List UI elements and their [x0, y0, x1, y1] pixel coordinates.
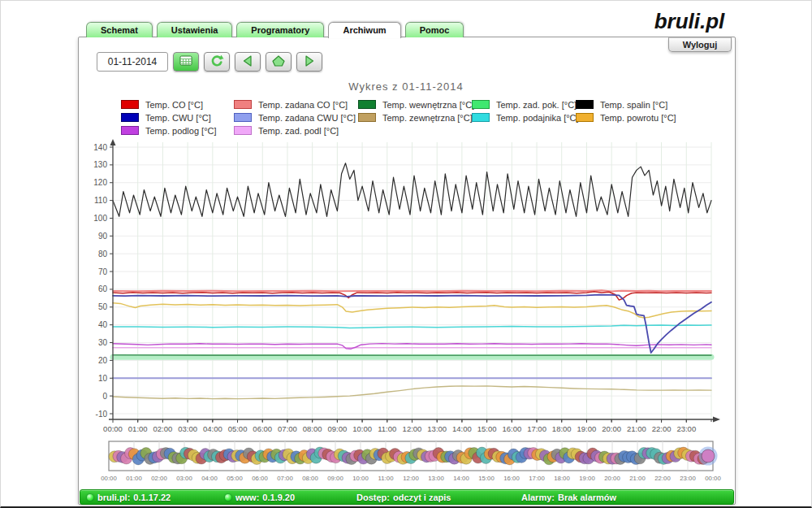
- legend-label: Temp. spalin [°C]: [600, 100, 667, 110]
- minimap-label: 22:00: [654, 475, 671, 482]
- x-axis-label: 22:00: [652, 424, 672, 432]
- x-axis-label: 17:00: [527, 424, 546, 432]
- y-axis-label: 130: [93, 160, 107, 169]
- minimap-label: 20:00: [604, 475, 620, 482]
- legend-label: Temp. CWU [°C]: [145, 113, 211, 123]
- y-axis-label: 140: [93, 143, 107, 152]
- tab-pomoc[interactable]: Pomoc: [405, 22, 464, 37]
- x-axis-label: 12:00: [403, 424, 422, 432]
- y-axis-label: 30: [98, 338, 108, 347]
- y-axis-label: 70: [98, 267, 108, 276]
- calendar-icon: [178, 53, 194, 72]
- minimap-label: 17:00: [529, 475, 545, 482]
- legend-item: Temp. zadana CWU [°C]: [234, 112, 356, 123]
- y-axis-label: 10: [98, 374, 108, 383]
- legend-swatch: [234, 113, 252, 122]
- tab-programatory[interactable]: Programatory: [236, 22, 324, 37]
- status-label: Alarmy:: [521, 493, 555, 502]
- status-value: 0.1.9.20: [262, 493, 295, 502]
- status-led-icon: [225, 494, 231, 501]
- legend-item: Temp. CO [°C]: [121, 99, 203, 110]
- tab-schemat[interactable]: Schemat: [86, 22, 153, 37]
- minimap-selection-marker[interactable]: [702, 449, 715, 462]
- x-axis-label: 02:00: [153, 424, 173, 432]
- tab-bar: SchematUstawieniaProgramatoryArchiwumPom…: [86, 22, 464, 38]
- main-chart-svg: -10010203040506070809010011012013014000:…: [78, 139, 728, 432]
- x-axis-label: 11:00: [378, 424, 396, 432]
- arrow-left-icon: [240, 53, 256, 72]
- legend-label: Temp. zad. pok. [°C]: [496, 100, 577, 110]
- legend-item: Temp. zad. podl [°C]: [234, 125, 339, 136]
- legend-item: Temp. podajnika [°C]: [472, 112, 579, 123]
- legend-item: Temp. podlog [°C]: [121, 125, 217, 136]
- status-label: Dostęp:: [356, 493, 390, 502]
- x-axis-label: 13:00: [427, 424, 447, 432]
- legend-swatch: [234, 100, 252, 109]
- legend-item: Temp. zad. pok. [°C]: [472, 99, 577, 110]
- y-axis-label: 40: [98, 320, 108, 329]
- series-wewnetrzna: [113, 355, 711, 356]
- legend-swatch: [472, 100, 490, 109]
- y-axis-label: 90: [98, 232, 108, 241]
- minimap-label: 09:00: [327, 475, 343, 482]
- minimap-label: 00:00: [101, 475, 117, 482]
- minimap-label: 13:00: [428, 475, 444, 482]
- minimap-label: 03:00: [176, 475, 192, 482]
- x-axis-label: 08:00: [303, 424, 322, 432]
- legend-swatch: [121, 113, 139, 122]
- date-input[interactable]: [97, 52, 168, 72]
- status-value: Brak alarmów: [558, 493, 616, 502]
- status-item: Alarmy:Brak alarmów: [521, 492, 616, 502]
- arrow-right-icon: [301, 53, 317, 72]
- legend-swatch: [121, 126, 139, 135]
- legend-label: Temp. zad. podl [°C]: [258, 126, 339, 136]
- x-axis-label: 16:00: [502, 424, 521, 432]
- series-zadana_co: [113, 290, 711, 291]
- x-axis-label: 01:00: [128, 424, 148, 432]
- tab-ustawienia[interactable]: Ustawienia: [157, 22, 232, 37]
- status-value: 0.1.17.22: [133, 493, 171, 502]
- status-label: www:: [235, 493, 259, 502]
- main-chart: -10010203040506070809010011012013014000:…: [78, 139, 728, 432]
- calendar-button[interactable]: [173, 52, 199, 72]
- logout-button[interactable]: Wyloguj: [668, 37, 732, 52]
- home-button[interactable]: [266, 52, 292, 72]
- y-axis-label: -10: [96, 410, 108, 419]
- next-day-button[interactable]: [296, 52, 322, 72]
- x-axis-label: 14:00: [452, 424, 472, 432]
- legend-swatch: [576, 113, 594, 122]
- legend-label: Temp. zadana CO [°C]: [258, 100, 348, 110]
- x-axis-label: 06:00: [253, 424, 272, 432]
- legend-item: Temp. powrotu [°C]: [576, 112, 676, 123]
- minimap-label: 07:00: [277, 475, 293, 482]
- legend-label: Temp. CO [°C]: [145, 100, 203, 110]
- minimap-label: 11:00: [378, 475, 395, 482]
- x-axis-label: 20:00: [602, 424, 621, 432]
- prev-day-button[interactable]: [235, 52, 261, 72]
- x-axis-label: 19:00: [577, 424, 597, 432]
- refresh-button[interactable]: [204, 52, 230, 72]
- y-axis-label: 0: [102, 392, 107, 401]
- y-axis-label: 80: [98, 250, 108, 258]
- minimap-label: 21:00: [629, 475, 646, 482]
- status-item: bruli.pl:0.1.17.22: [87, 492, 171, 502]
- y-axis-label: 120: [93, 178, 107, 187]
- minimap-label: 23:00: [680, 475, 696, 482]
- x-axis-label: 05:00: [228, 424, 248, 432]
- y-axis-label: 20: [98, 356, 108, 365]
- minimap-label: 08:00: [302, 475, 318, 482]
- overview-minimap[interactable]: 00:0001:0002:0003:0004:0005:0006:0007:00…: [78, 438, 728, 487]
- legend-item: Temp. spalin [°C]: [576, 99, 667, 110]
- legend-item: Temp. zewnętrzna [°C]: [358, 112, 473, 123]
- legend-item: Temp. zadana CO [°C]: [234, 99, 348, 110]
- y-axis-label: 60: [98, 284, 108, 293]
- toolbar: [97, 51, 322, 72]
- minimap-label: 19:00: [579, 475, 595, 482]
- minimap-label: 14:00: [453, 475, 469, 482]
- x-axis-label: 07:00: [278, 424, 297, 432]
- app-window: bruli.pl SchematUstawieniaProgramatoryAr…: [0, 0, 812, 508]
- minimap-svg[interactable]: 00:0001:0002:0003:0004:0005:0006:0007:00…: [78, 438, 728, 487]
- tab-archiwum[interactable]: Archiwum: [328, 22, 400, 38]
- minimap-label: 02:00: [151, 475, 167, 482]
- x-axis-label: 09:00: [327, 424, 347, 432]
